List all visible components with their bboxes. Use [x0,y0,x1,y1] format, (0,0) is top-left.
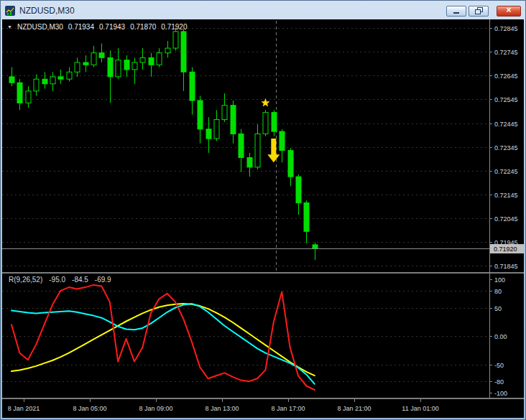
titlebar[interactable]: NZDUSD,M30 × [2,2,524,19]
minimize-icon [453,7,460,14]
candle-body [296,177,301,203]
candle-body [157,53,162,65]
candle-body [263,113,268,134]
chart-info: ▼ NZDUSD,M30 0.71934 0.71943 0.71870 0.7… [7,23,187,31]
candle-body [124,60,129,70]
candle-body [50,77,55,84]
candle-body [181,32,186,72]
price-axis-label: 0.72645 [494,73,518,80]
close-button[interactable]: × [497,6,521,17]
candle-body [83,62,88,65]
indicator-axis-label: 100 [494,276,505,284]
panel-divider[interactable] [2,272,524,274]
time-axis-label: 8 Jan 2021 [8,405,40,412]
chart-canvas[interactable]: 0.728450.727450.726450.725450.724450.723… [2,19,524,418]
ohlc-low: 0.71870 [130,23,156,31]
signal-star-marker [261,98,269,107]
candle-body [108,57,113,77]
candle-body [75,62,80,72]
price-axis-label: 0.72745 [494,49,518,56]
time-axis-divider[interactable] [2,398,524,399]
time-axis-label: 8 Jan 05:00 [73,405,106,412]
price-axis-label: 0.72145 [494,192,518,199]
restore-button[interactable] [469,6,489,17]
restore-icon [475,7,483,14]
candle-body [140,57,145,62]
chart-client-area: 0.728450.727450.726450.725450.724450.723… [2,19,524,418]
candle-body [99,53,104,58]
indicator-axis-label: -50 [494,362,504,369]
candle-body [190,72,195,101]
candle-body [173,32,178,48]
candle-body [255,134,260,167]
ohlc-high: 0.71943 [99,23,125,31]
candle-body [313,245,318,248]
minimize-button[interactable] [446,6,466,17]
indicator-axis-label: 0.00 [494,333,507,340]
candle-body [26,91,31,103]
indicator-axis-label: 80 [494,288,502,295]
indicator-line-mid-cyan [11,304,315,384]
time-axis-label: 8 Jan 13:00 [205,405,239,412]
price-axis-label: 0.72445 [494,121,518,128]
window-controls: × [446,6,522,17]
candle-body [231,106,236,134]
price-axis-label: 0.72545 [494,96,518,103]
indicator-line-fast-red [11,285,315,390]
candle-body [132,62,137,70]
ohlc-open: 0.71934 [68,23,94,31]
candle-body [91,53,96,65]
candle-body [206,129,211,139]
window-title: NZDUSD,M30 [19,6,75,16]
candle-body [58,77,63,79]
price-axis-label: 0.72045 [494,215,518,223]
chart-window: NZDUSD,M30 × 0.728450.727450.726450.7254… [0,0,526,420]
chart-icon [5,6,15,16]
indicator-label: R(9,26,52) -95.0 -84.5 -69.9 [9,276,111,284]
indicator-axis-label: 50 [494,305,502,312]
price-axis-label: 0.72345 [494,144,518,151]
candle-body [9,77,14,83]
candle-body [67,72,72,79]
candle-body [304,203,309,232]
indicator-value-1: -95.0 [49,276,65,284]
signal-arrow-marker [267,139,280,162]
price-axis-label: 0.72245 [494,168,518,175]
current-price-tag-text: 0.71920 [494,246,517,253]
time-axis-label: 11 Jan 01:00 [402,405,438,412]
indicator-axis-label: -100 [494,390,507,397]
time-axis-label: 8 Jan 17:00 [271,405,305,412]
indicator-value-3: -69.9 [95,276,111,284]
ohlc-close: 0.71920 [161,23,187,31]
chart-symbol-label: NZDUSD,M30 [17,23,63,31]
close-icon: × [506,6,511,14]
candle-body [272,113,277,132]
chart-window-icon[interactable] [4,5,16,17]
candle-body [239,134,244,157]
candle-body [34,79,39,91]
candle-body [149,57,154,65]
indicator-value-2: -84.5 [72,276,88,284]
indicator-axis-label: -80 [494,378,504,386]
price-axis-label: 0.71845 [494,263,518,270]
time-axis-label: 8 Jan 21:00 [337,405,371,412]
candle-body [42,79,47,84]
time-axis-label: 8 Jan 09:00 [139,405,172,412]
symbol-dropdown-icon: ▼ [7,24,12,29]
candle-body [288,151,293,177]
candle-body [165,48,170,53]
indicator-name: R(9,26,52) [9,276,42,284]
candle-body [17,83,22,103]
candle-body [247,158,252,167]
candle-body [214,120,219,139]
candle-body [222,106,227,120]
candle-body [198,101,203,129]
candle-body [116,60,121,77]
price-axis-label: 0.72845 [494,25,518,32]
candle-body [280,131,285,151]
